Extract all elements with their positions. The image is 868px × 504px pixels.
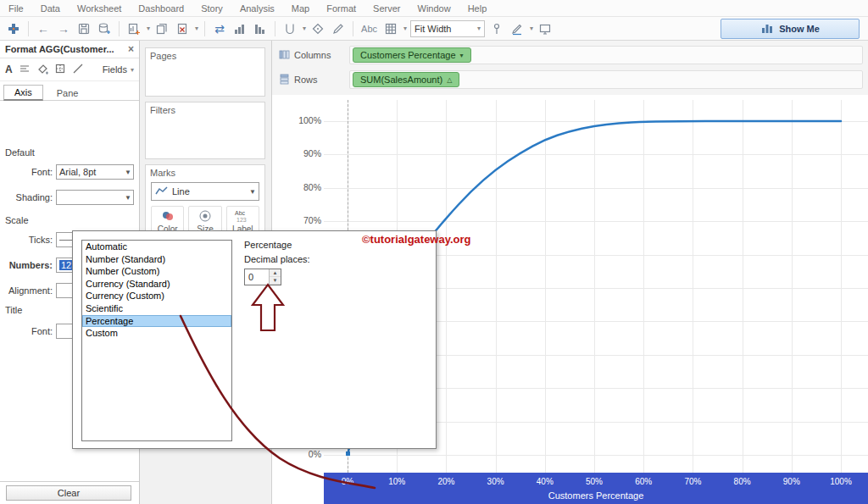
decimal-places-spinner[interactable]: 0 ▲ ▼: [244, 269, 281, 285]
format-option-scientific[interactable]: Scientific: [82, 302, 231, 315]
lines-icon[interactable]: [72, 63, 84, 76]
format-option-number-custom[interactable]: Number (Custom): [82, 265, 231, 278]
pages-card[interactable]: Pages: [145, 47, 265, 97]
totals-caret-icon[interactable]: ▾: [403, 25, 407, 32]
fields-caret-icon: ▾: [131, 66, 134, 74]
mark-type-value: Line: [172, 186, 190, 197]
menu-server[interactable]: Server: [373, 3, 400, 14]
numbers-label: Numbers:: [2, 260, 56, 270]
columns-pill[interactable]: Customers Percentage ▾: [353, 47, 471, 63]
rows-icon: [279, 74, 290, 86]
show-me-icon: [760, 21, 774, 36]
clear-sheet-caret-icon[interactable]: ▾: [195, 25, 198, 32]
fix-axes-button[interactable]: [330, 20, 347, 37]
fields-dropdown[interactable]: Fields ▾: [103, 64, 134, 75]
close-icon[interactable]: ×: [128, 43, 134, 55]
pages-label: Pages: [146, 48, 264, 64]
clear-button[interactable]: Clear: [6, 485, 131, 501]
menu-story[interactable]: Story: [201, 3, 223, 14]
spin-up-icon[interactable]: ▲: [270, 269, 281, 277]
format-option-number-standard[interactable]: Number (Standard): [82, 253, 231, 266]
save-button[interactable]: [75, 20, 92, 37]
undo-button[interactable]: ←: [35, 20, 52, 37]
duplicate-sheet-button[interactable]: [153, 20, 170, 37]
font-caret-icon: ▼: [125, 169, 131, 176]
popup-panel-title: Percentage: [244, 240, 292, 250]
columns-shelf-label: Columns: [279, 45, 331, 65]
menu-help[interactable]: Help: [468, 3, 487, 14]
group-members-button[interactable]: [281, 20, 298, 37]
svg-text:123: 123: [236, 217, 247, 223]
columns-pill-caret-icon[interactable]: ▾: [460, 52, 464, 59]
clear-sheet-button[interactable]: [174, 20, 191, 37]
menu-analysis[interactable]: Analysis: [240, 3, 275, 14]
rows-pill-label: SUM(SalesAmount): [360, 75, 442, 85]
mark-type-caret-icon: ▼: [249, 188, 256, 196]
toolbar-separator: [28, 21, 29, 36]
tab-axis[interactable]: Axis: [3, 85, 43, 101]
rows-shelf[interactable]: SUM(SalesAmount) △: [349, 70, 863, 89]
menu-dashboard[interactable]: Dashboard: [138, 3, 184, 14]
menu-window[interactable]: Window: [418, 3, 451, 14]
shelf-strip: Columns Customers Percentage ▾ Rows SUM(…: [272, 41, 868, 96]
fit-width-select[interactable]: Fit Width ▾: [410, 20, 485, 37]
show-mark-labels-button[interactable]: [309, 20, 326, 37]
shading-select[interactable]: ▼: [56, 190, 134, 205]
format-option-currency-standard[interactable]: Currency (Standard): [82, 278, 231, 291]
tableau-logo-icon[interactable]: [5, 20, 22, 37]
mark-type-select[interactable]: Line ▼: [151, 182, 259, 201]
new-worksheet-caret-icon[interactable]: ▾: [147, 25, 150, 32]
alignment-icon[interactable]: [19, 63, 31, 76]
fields-label: Fields: [103, 64, 127, 75]
format-annotation-button[interactable]: [509, 20, 526, 37]
menu-data[interactable]: Data: [41, 3, 60, 14]
format-option-currency-custom[interactable]: Currency (Custom): [82, 290, 231, 302]
filters-card[interactable]: Filters: [145, 102, 265, 159]
toolbar-separator: [204, 21, 205, 36]
abc-icon[interactable]: Abc: [359, 20, 379, 37]
font-label: Font:: [2, 167, 56, 177]
tab-pane[interactable]: Pane: [47, 86, 89, 100]
decimal-places-label: Decimal places:: [244, 254, 310, 264]
new-worksheet-button[interactable]: [125, 20, 142, 37]
spinner-buttons: ▲ ▼: [269, 269, 281, 285]
menu-format[interactable]: Format: [326, 3, 356, 14]
rows-pill[interactable]: SUM(SalesAmount) △: [353, 72, 459, 87]
pin-axes-button[interactable]: [488, 20, 505, 37]
format-option-custom[interactable]: Custom: [82, 327, 231, 340]
decimal-places-value: 0: [245, 269, 269, 285]
font-value: Arial, 8pt: [59, 167, 96, 177]
show-me-button[interactable]: Show Me: [721, 19, 860, 39]
title-section-header: Title: [5, 305, 22, 315]
format-panel-title: Format AGG(Customer...: [5, 44, 114, 54]
number-format-popup: AutomaticNumber (Standard)Number (Custom…: [72, 230, 437, 449]
format-option-percentage[interactable]: Percentage: [82, 315, 231, 328]
marks-label: Marks: [146, 165, 264, 180]
menu-worksheet[interactable]: Worksheet: [77, 3, 121, 14]
fit-width-caret-icon: ▾: [477, 25, 481, 32]
format-type-list: AutomaticNumber (Standard)Number (Custom…: [81, 240, 232, 441]
totals-button[interactable]: [382, 20, 399, 37]
add-data-button[interactable]: [96, 20, 113, 37]
spin-down-icon[interactable]: ▼: [270, 277, 281, 285]
group-members-caret-icon[interactable]: ▾: [303, 25, 306, 32]
format-option-automatic[interactable]: Automatic: [82, 241, 231, 253]
sort-ascending-button[interactable]: [231, 20, 248, 37]
format-annotation-caret-icon[interactable]: ▾: [530, 25, 533, 32]
font-icon[interactable]: A: [5, 64, 13, 75]
redo-button[interactable]: →: [55, 20, 72, 37]
columns-shelf[interactable]: Customers Percentage ▾: [349, 46, 863, 64]
shading-icon[interactable]: [36, 63, 48, 76]
menu-map[interactable]: Map: [292, 3, 309, 14]
fit-width-value: Fit Width: [415, 24, 451, 34]
font-select[interactable]: Arial, 8pt ▼: [56, 164, 134, 180]
shading-caret-icon: ▼: [125, 194, 131, 202]
sort-descending-button[interactable]: [252, 20, 269, 37]
menu-file[interactable]: File: [8, 3, 24, 14]
label-icon: Abc123: [234, 209, 251, 224]
toolbar-separator: [119, 21, 120, 36]
title-font-label: Font:: [2, 326, 56, 336]
presentation-mode-button[interactable]: [537, 20, 554, 37]
borders-icon[interactable]: [54, 63, 66, 76]
swap-rows-columns-button[interactable]: ⇄: [211, 20, 228, 37]
